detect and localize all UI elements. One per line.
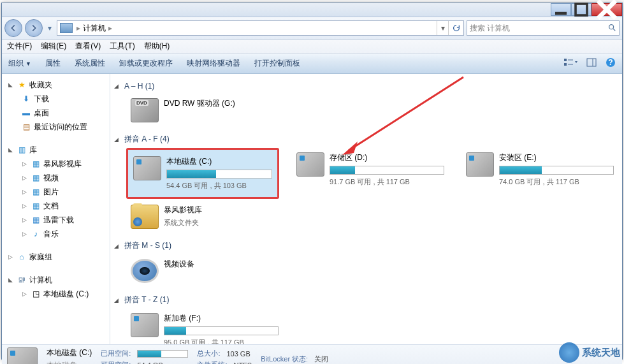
status-title: 本地磁盘 (C:)	[47, 347, 92, 358]
usage-bar	[164, 326, 279, 335]
tree-recent[interactable]: ▤最近访问的位置	[2, 120, 110, 134]
total-label: 总大小:	[197, 349, 220, 358]
computer-icon	[60, 23, 73, 33]
tb-properties[interactable]: 属性	[45, 58, 61, 69]
hdd-icon	[133, 156, 161, 180]
usage-bar	[330, 166, 444, 175]
free-label: 可用空间:	[101, 360, 131, 364]
watermark: 系统天地	[559, 342, 620, 363]
hdd-icon	[296, 152, 324, 177]
device-camera[interactable]: 视频设备	[128, 256, 281, 286]
organize-menu[interactable]: 组织 ▼	[8, 58, 31, 69]
section-header-ah[interactable]: ◢A – H (1)	[114, 79, 622, 93]
toolbar: 组织 ▼ 属性 系统属性 卸载或更改程序 映射网络驱动器 打开控制面板 ?	[2, 54, 622, 74]
usage-bar	[166, 170, 272, 178]
hdd-icon	[131, 313, 159, 337]
svg-line-5	[613, 28, 616, 31]
bitlocker-value: 关闭	[314, 354, 328, 364]
fs-label: 文件系统:	[197, 360, 227, 364]
tb-system-properties[interactable]: 系统属性	[75, 58, 105, 69]
tb-control-panel[interactable]: 打开控制面板	[254, 58, 300, 69]
status-usage-bar	[137, 350, 188, 358]
drive-e[interactable]: 安装区 (E:) 74.0 GB 可用 , 共 117 GB	[463, 150, 616, 197]
breadcrumb-sep: ▸	[107, 24, 113, 33]
help-button[interactable]: ?	[606, 57, 616, 69]
tree-downloads[interactable]: ⬇下载	[2, 92, 110, 106]
svg-rect-10	[587, 59, 596, 66]
menu-bar: 文件(F) 编辑(E) 查看(V) 工具(T) 帮助(H)	[2, 40, 622, 54]
tree-lib-xunlei[interactable]: ▷▦迅雷下载	[2, 213, 110, 227]
folder-baofeng[interactable]: 暴风影视库 系统文件夹	[128, 202, 281, 231]
folder-icon	[131, 205, 159, 229]
explorer-window: ▾ ▸ 计算机 ▸ ▾ 搜索 计算机 文件(F) 编辑(E) 查看(V) 工具(…	[1, 3, 623, 360]
preview-pane-button[interactable]	[586, 58, 597, 69]
drive-d[interactable]: 存储区 (D:) 91.7 GB 可用 , 共 117 GB	[294, 150, 447, 197]
tree-lib-pictures[interactable]: ▷▦图片	[2, 185, 110, 199]
used-label: 已用空间:	[101, 349, 131, 358]
bitlocker-label: BitLocker 状态:	[261, 354, 308, 364]
tree-homegroup[interactable]: ▷⌂家庭组	[2, 250, 110, 264]
hdd-icon	[7, 347, 38, 365]
svg-rect-7	[564, 63, 567, 66]
breadcrumb-sep: ▸	[75, 24, 82, 33]
tree-libraries[interactable]: ◣▥库	[2, 143, 110, 157]
section-header-ms[interactable]: ◢拼音 M - S (1)	[114, 238, 622, 254]
back-button[interactable]	[4, 19, 22, 37]
menu-help[interactable]: 帮助(H)	[144, 41, 170, 52]
tree-lib-music[interactable]: ▷♪音乐	[2, 227, 110, 241]
body: ◣★收藏夹 ⬇下载 ▬桌面 ▤最近访问的位置 ◣▥库 ▷▦暴风影视库 ▷▦视频 …	[2, 74, 622, 344]
nav-bar: ▾ ▸ 计算机 ▸ ▾ 搜索 计算机	[2, 17, 622, 40]
tree-favorites[interactable]: ◣★收藏夹	[2, 78, 110, 92]
forward-button[interactable]	[25, 19, 43, 37]
svg-rect-1	[576, 4, 587, 15]
search-icon	[607, 23, 616, 34]
tree-drive-c[interactable]: ▷◳本地磁盘 (C:)	[2, 287, 110, 301]
tree-computer[interactable]: ◣🖳计算机	[2, 273, 110, 287]
drive-c[interactable]: 本地磁盘 (C:) 54.4 GB 可用 , 共 103 GB	[126, 148, 279, 199]
content-pane: ◢A – H (1) DVD RW 驱动器 (G:) ◢拼音 A - F (4)…	[110, 74, 622, 344]
tb-map-drive[interactable]: 映射网络驱动器	[187, 58, 240, 69]
watermark-logo	[559, 342, 579, 363]
view-mode-button[interactable]	[563, 57, 577, 69]
search-placeholder: 搜索 计算机	[470, 23, 510, 34]
total-value: 103 GB	[226, 350, 250, 358]
camera-icon	[131, 259, 159, 283]
minimize-button[interactable]	[551, 3, 571, 16]
details-pane: 本地磁盘 (C:) 本地磁盘 已用空间: 可用空间:54.4 GB 总大小:10…	[2, 344, 622, 364]
tree-lib-documents[interactable]: ▷▦文档	[2, 199, 110, 213]
usage-bar	[499, 166, 614, 175]
close-button[interactable]	[591, 3, 622, 16]
svg-text:?: ?	[608, 58, 613, 67]
address-bar[interactable]: ▸ 计算机 ▸ ▾	[57, 20, 464, 36]
fs-value: NTFS	[233, 361, 252, 365]
drive-dvd-g[interactable]: DVD RW 驱动器 (G:)	[128, 96, 281, 125]
section-header-tz[interactable]: ◢拼音 T - Z (1)	[114, 292, 622, 308]
tree-lib-baofeng[interactable]: ▷▦暴风影视库	[2, 157, 110, 171]
maximize-button[interactable]	[571, 3, 591, 16]
tb-uninstall[interactable]: 卸载或更改程序	[119, 58, 173, 69]
section-header-af[interactable]: ◢拼音 A - F (4)	[114, 131, 622, 147]
watermark-text: 系统天地	[582, 347, 620, 359]
svg-point-4	[609, 24, 614, 29]
hdd-icon	[466, 152, 494, 177]
menu-file[interactable]: 文件(F)	[7, 41, 32, 52]
free-value: 54.4 GB	[137, 361, 163, 365]
svg-rect-6	[564, 59, 567, 61]
tree-lib-video[interactable]: ▷▦视频	[2, 171, 110, 185]
dvd-icon	[131, 98, 159, 122]
menu-edit[interactable]: 编辑(E)	[41, 41, 66, 52]
refresh-button[interactable]	[448, 21, 463, 35]
navigation-pane: ◣★收藏夹 ⬇下载 ▬桌面 ▤最近访问的位置 ◣▥库 ▷▦暴风影视库 ▷▦视频 …	[2, 74, 110, 344]
address-dropdown[interactable]: ▾	[437, 21, 448, 35]
tree-desktop[interactable]: ▬桌面	[2, 106, 110, 120]
drive-f[interactable]: 新加卷 (F:) 95.0 GB 可用 , 共 117 GB	[128, 310, 281, 344]
menu-tools[interactable]: 工具(T)	[110, 41, 134, 52]
menu-view[interactable]: 查看(V)	[75, 41, 101, 52]
status-subtitle: 本地磁盘	[47, 360, 92, 364]
titlebar[interactable]	[2, 3, 622, 17]
breadcrumb-item[interactable]: 计算机	[82, 23, 107, 34]
history-dropdown[interactable]: ▾	[45, 20, 54, 36]
